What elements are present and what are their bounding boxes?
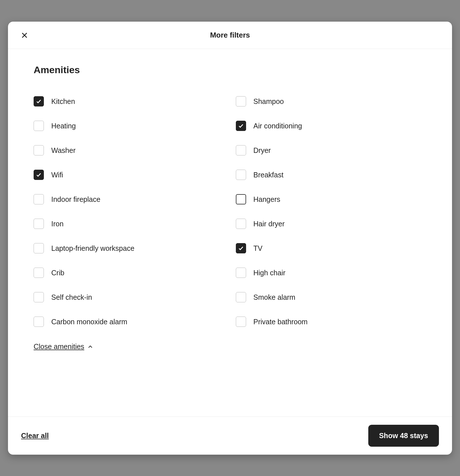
checkbox-label: Hangers — [253, 195, 281, 204]
checkbox-row[interactable]: Laptop-friendly workspace — [34, 236, 224, 260]
checkbox-row[interactable]: Iron — [34, 212, 224, 236]
check-icon — [238, 245, 244, 251]
modal-footer: Clear all Show 48 stays — [8, 416, 452, 455]
checkbox[interactable] — [236, 243, 246, 253]
checkbox[interactable] — [236, 194, 246, 204]
checkbox[interactable] — [34, 243, 44, 253]
checkbox[interactable] — [236, 292, 246, 302]
checkbox[interactable] — [34, 121, 44, 131]
amenities-grid: KitchenShampooHeatingAir conditioningWas… — [34, 89, 426, 334]
checkbox-row[interactable]: Indoor fireplace — [34, 187, 224, 212]
checkbox-row[interactable]: Air conditioning — [236, 114, 427, 138]
check-icon — [238, 123, 244, 129]
checkbox[interactable] — [236, 96, 246, 106]
show-stays-button[interactable]: Show 48 stays — [368, 425, 439, 447]
modal-header: More filters — [8, 22, 452, 49]
checkbox-label: Breakfast — [253, 171, 284, 179]
close-amenities-link[interactable]: Close amenities — [34, 342, 93, 351]
checkbox[interactable] — [34, 145, 44, 155]
close-button[interactable] — [18, 28, 31, 42]
checkbox-label: Laptop-friendly workspace — [51, 244, 134, 253]
checkbox-row[interactable]: Smoke alarm — [236, 285, 427, 309]
checkbox-label: Private bathroom — [253, 318, 308, 326]
checkbox-row[interactable]: Self check-in — [34, 285, 224, 309]
checkbox[interactable] — [236, 170, 246, 180]
check-icon — [36, 172, 42, 178]
checkbox-label: Self check-in — [51, 293, 92, 301]
close-amenities-label: Close amenities — [34, 342, 84, 351]
checkbox[interactable] — [236, 219, 246, 229]
checkbox[interactable] — [34, 292, 44, 302]
checkbox[interactable] — [236, 268, 246, 278]
checkbox-row[interactable]: Crib — [34, 260, 224, 285]
checkbox[interactable] — [236, 145, 246, 155]
checkbox-label: Indoor fireplace — [51, 195, 100, 204]
close-icon — [21, 32, 28, 39]
checkbox[interactable] — [236, 317, 246, 327]
checkbox-label: Washer — [51, 146, 75, 155]
clear-all-button[interactable]: Clear all — [21, 432, 49, 440]
checkbox-label: Wifi — [51, 171, 63, 179]
checkbox-label: Hair dryer — [253, 220, 285, 228]
checkbox-row[interactable]: Hair dryer — [236, 212, 427, 236]
checkbox-label: Crib — [51, 269, 64, 277]
checkbox-label: Smoke alarm — [253, 293, 295, 301]
checkbox-label: Dryer — [253, 146, 271, 155]
chevron-up-icon — [88, 344, 93, 349]
section-title-amenities: Amenities — [34, 64, 426, 75]
checkbox-row[interactable]: Dryer — [236, 138, 427, 163]
checkbox-row[interactable]: High chair — [236, 260, 427, 285]
checkbox-row[interactable]: Breakfast — [236, 163, 427, 187]
filters-modal: More filters Amenities KitchenShampooHea… — [8, 22, 452, 455]
checkbox-label: Iron — [51, 220, 64, 228]
checkbox[interactable] — [34, 96, 44, 106]
checkbox-label: High chair — [253, 269, 286, 277]
checkbox-row[interactable]: Wifi — [34, 163, 224, 187]
checkbox[interactable] — [34, 268, 44, 278]
checkbox-label: Kitchen — [51, 97, 75, 106]
checkbox-label: Carbon monoxide alarm — [51, 318, 127, 326]
checkbox-row[interactable]: Kitchen — [34, 89, 224, 114]
checkbox-row[interactable]: Hangers — [236, 187, 427, 212]
checkbox-row[interactable]: Washer — [34, 138, 224, 163]
checkbox[interactable] — [34, 317, 44, 327]
checkbox-row[interactable]: Carbon monoxide alarm — [34, 309, 224, 334]
checkbox[interactable] — [34, 194, 44, 204]
check-icon — [36, 99, 42, 104]
modal-title: More filters — [210, 31, 250, 40]
modal-body: Amenities KitchenShampooHeatingAir condi… — [8, 49, 452, 416]
checkbox-row[interactable]: Private bathroom — [236, 309, 427, 334]
checkbox-row[interactable]: TV — [236, 236, 427, 260]
checkbox[interactable] — [236, 121, 246, 131]
checkbox[interactable] — [34, 219, 44, 229]
checkbox-label: TV — [253, 244, 263, 253]
checkbox-label: Heating — [51, 122, 76, 130]
checkbox-row[interactable]: Shampoo — [236, 89, 427, 114]
checkbox[interactable] — [34, 170, 44, 180]
checkbox-row[interactable]: Heating — [34, 114, 224, 138]
checkbox-label: Air conditioning — [253, 122, 302, 130]
checkbox-label: Shampoo — [253, 97, 284, 106]
